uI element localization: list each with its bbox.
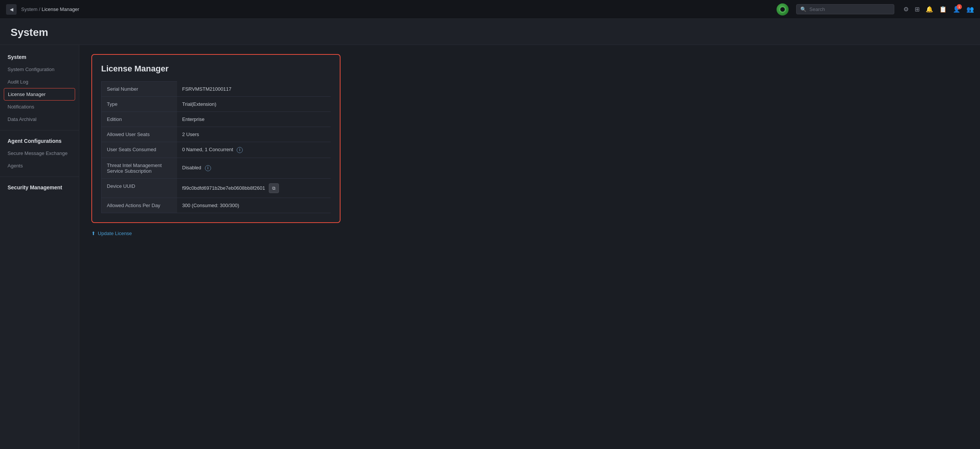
search-input[interactable] (809, 6, 890, 12)
field-value-allowed-actions: 300 (Consumed: 300/300) (177, 198, 331, 213)
sidebar: System System Configuration Audit Log Li… (0, 45, 79, 449)
breadcrumb: System / License Manager (21, 6, 772, 12)
clipboard-button[interactable]: 📋 (939, 6, 947, 13)
table-row: Serial Number FSRVMSTM21000117 (102, 81, 331, 97)
table-row: Threat Intel Management Service Subscrip… (102, 158, 331, 178)
field-value-allowed-user-seats: 2 Users (177, 127, 331, 142)
page-container: System System System Configuration Audit… (0, 19, 980, 449)
sidebar-item-audit-log[interactable]: Audit Log (0, 75, 79, 88)
notifications-button[interactable]: 🔔 (926, 6, 933, 13)
table-row: Edition Enterprise (102, 112, 331, 127)
notification-badge: 1 (956, 4, 962, 10)
search-box[interactable]: 🔍 (796, 4, 894, 14)
upload-icon: ⬆ (91, 230, 95, 236)
update-license-button[interactable]: ⬆ Update License (91, 230, 132, 236)
field-value-edition: Enterprise (177, 112, 331, 127)
nav-icons: ⚙ ⊞ 🔔 📋 👤 1 👥 (904, 6, 974, 13)
page-header: System (0, 19, 980, 45)
layout-button[interactable]: ⊞ (915, 6, 920, 13)
sidebar-item-secure-message-exchange[interactable]: Secure Message Exchange (0, 147, 79, 160)
app-logo (776, 3, 789, 16)
table-row: Device UUID f99c0bdfd6971b2be7eb0608bb8f… (102, 178, 331, 198)
field-label-type: Type (102, 97, 177, 112)
sidebar-section-system: System (0, 51, 79, 63)
field-label-allowed-user-seats: Allowed User Seats (102, 127, 177, 142)
logo-inner (779, 6, 786, 13)
license-table: Serial Number FSRVMSTM21000117 Type Tria… (101, 81, 331, 213)
field-value-user-seats-consumed: 0 Named, 1 Concurrent i (177, 142, 331, 158)
sidebar-item-system-configuration[interactable]: System Configuration (0, 63, 79, 75)
page-body: System System Configuration Audit Log Li… (0, 45, 980, 449)
back-button[interactable]: ◀ (6, 4, 17, 15)
table-row: Allowed User Seats 2 Users (102, 127, 331, 142)
sidebar-item-data-archival[interactable]: Data Archival (0, 113, 79, 125)
sidebar-divider-1 (0, 130, 79, 130)
sidebar-divider-2 (0, 176, 79, 177)
field-label-allowed-actions: Allowed Actions Per Day (102, 198, 177, 213)
info-icon-user-seats[interactable]: i (237, 147, 243, 153)
license-card-title: License Manager (101, 64, 331, 74)
navbar: ◀ System / License Manager 🔍 ⚙ ⊞ 🔔 📋 👤 1… (0, 0, 980, 19)
sidebar-item-agents[interactable]: Agents (0, 160, 79, 172)
user-activity-button[interactable]: 👤 1 (953, 6, 960, 13)
table-row: User Seats Consumed 0 Named, 1 Concurren… (102, 142, 331, 158)
field-label-threat-intel: Threat Intel Management Service Subscrip… (102, 158, 177, 178)
settings-button[interactable]: ⚙ (904, 6, 908, 13)
field-label-edition: Edition (102, 112, 177, 127)
table-row: Type Trial(Extension) (102, 97, 331, 112)
table-row: Allowed Actions Per Day 300 (Consumed: 3… (102, 198, 331, 213)
sidebar-section-security-management: Security Management (0, 181, 79, 193)
copy-icon: ⧉ (272, 185, 275, 191)
user-profile-button[interactable]: 👥 (966, 6, 974, 13)
breadcrumb-current: License Manager (41, 6, 79, 12)
uuid-row: f99c0bdfd6971b2be7eb0608bb8f2601 ⧉ (182, 183, 326, 193)
field-value-threat-intel: Disabled i (177, 158, 331, 178)
search-icon: 🔍 (800, 6, 807, 12)
field-value-serial-number: FSRVMSTM21000117 (177, 81, 331, 97)
field-value-device-uuid: f99c0bdfd6971b2be7eb0608bb8f2601 ⧉ (177, 178, 331, 198)
info-icon-threat-intel[interactable]: i (205, 165, 211, 171)
page-title: System (11, 26, 969, 38)
copy-uuid-button[interactable]: ⧉ (269, 183, 279, 193)
sidebar-item-notifications[interactable]: Notifications (0, 101, 79, 113)
field-label-serial-number: Serial Number (102, 81, 177, 97)
sidebar-section-agent-config: Agent Configurations (0, 135, 79, 147)
main-content: License Manager Serial Number FSRVMSTM21… (79, 45, 980, 449)
license-manager-card: License Manager Serial Number FSRVMSTM21… (91, 54, 340, 223)
field-label-user-seats-consumed: User Seats Consumed (102, 142, 177, 158)
field-label-device-uuid: Device UUID (102, 178, 177, 198)
breadcrumb-root: System (21, 6, 37, 12)
field-value-type: Trial(Extension) (177, 97, 331, 112)
sidebar-item-license-manager[interactable]: License Manager (4, 88, 75, 101)
